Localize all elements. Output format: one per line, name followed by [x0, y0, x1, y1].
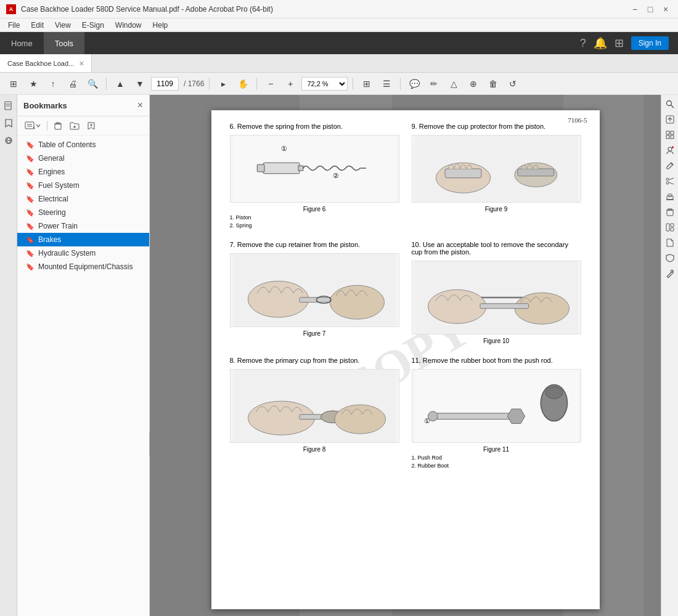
bookmark-fuel[interactable]: 🔖 Fuel System	[17, 179, 149, 192]
step6-title: 6. Remove the spring from the piston.	[230, 123, 399, 130]
right-panel-view-icon[interactable]	[663, 128, 677, 142]
minimize-button[interactable]: −	[629, 3, 641, 15]
right-panel-grid-icon[interactable]	[663, 221, 677, 234]
toolbar-delete-btn[interactable]: 🗑	[484, 75, 502, 92]
right-panel-delete-icon[interactable]	[663, 205, 677, 219]
menu-view[interactable]: View	[50, 20, 76, 31]
bookmark-power-train[interactable]: 🔖 Power Train	[17, 219, 149, 233]
apps-icon[interactable]: ⊞	[615, 36, 624, 50]
svg-point-30	[330, 285, 385, 319]
menu-esign[interactable]: E-Sign	[77, 20, 109, 31]
maximize-button[interactable]: □	[644, 3, 656, 15]
zoom-select[interactable]: 72,2 % 50 % 75 % 100 % 125 % 150 %	[301, 77, 348, 91]
step7-title: 7. Remove the cup retainer from the pist…	[230, 241, 399, 248]
doc-area[interactable]: COPY 7106-5 6. Remove the spring from th…	[150, 95, 661, 616]
bookmark-toc[interactable]: 🔖 Table of Contents	[17, 138, 149, 152]
left-panel-link-icon[interactable]	[1, 133, 16, 148]
nav-prev-button[interactable]: ▲	[112, 75, 129, 92]
right-panel-shield-icon[interactable]	[663, 251, 677, 265]
svg-point-33	[428, 290, 486, 323]
toolbar-upload-icon[interactable]: ↑	[44, 75, 62, 92]
toolbar-drawing-btn[interactable]: △	[445, 75, 462, 92]
bookmark-brakes[interactable]: 🔖 Brakes	[17, 233, 149, 246]
left-panel-pages-icon[interactable]	[1, 99, 16, 113]
bookmark-general[interactable]: 🔖 General	[17, 152, 149, 165]
sidebar-close-icon[interactable]: ×	[137, 100, 143, 111]
left-panel-bookmark-icon[interactable]	[1, 116, 16, 131]
step11-cap1: 1. Push Rod	[412, 455, 581, 461]
notification-icon[interactable]: 🔔	[594, 36, 607, 50]
bookmark-electrical[interactable]: 🔖 Electrical	[17, 192, 149, 206]
zoom-out-button[interactable]: −	[262, 75, 279, 92]
toolbar-view-btn[interactable]: ⊞	[358, 75, 375, 92]
toolbar-menu-btn[interactable]: ☰	[378, 75, 395, 92]
sidebar-delete-btn[interactable]	[51, 120, 65, 131]
svg-rect-26	[517, 169, 553, 176]
svg-point-51	[666, 101, 671, 106]
bookmark-icon: 🔖	[26, 168, 35, 176]
bookmark-electrical-label: Electrical	[38, 195, 68, 203]
bookmark-mounted[interactable]: 🔖 Mounted Equipment/Chassis	[17, 260, 149, 274]
figure11-illustration: ① ②	[412, 369, 581, 443]
window-title: Case Backhoe Loader 580D Service Manual.…	[21, 5, 273, 14]
figure9-illustration	[412, 135, 581, 203]
svg-marker-48	[507, 409, 525, 424]
bookmark-steering[interactable]: 🔖 Steering	[17, 206, 149, 219]
zoom-in-button[interactable]: +	[282, 75, 299, 92]
sidebar-add-bookmark-btn[interactable]	[84, 120, 98, 131]
menu-file[interactable]: File	[3, 20, 25, 31]
close-tab-icon[interactable]: ×	[79, 59, 84, 68]
toolbar-home-icon[interactable]: ⊞	[5, 75, 22, 92]
cursor-tool-button[interactable]: ▸	[214, 75, 232, 92]
bookmark-brakes-label: Brakes	[38, 235, 61, 244]
svg-text:②: ②	[332, 172, 338, 179]
bookmark-list: 🔖 Table of Contents 🔖 General 🔖 Engines …	[17, 136, 149, 616]
svg-point-64	[666, 182, 669, 184]
bookmark-hydraulic[interactable]: 🔖 Hydraulic System	[17, 246, 149, 260]
bookmark-icon: 🔖	[26, 155, 35, 163]
svg-rect-46	[433, 413, 518, 419]
doc-tab[interactable]: Case Backhoe Load... ×	[0, 54, 92, 72]
title-bar-left: A Case Backhoe Loader 580D Service Manua…	[6, 4, 273, 14]
bookmark-engines-label: Engines	[38, 168, 65, 176]
right-panel-search-icon[interactable]	[663, 97, 677, 111]
pdf-row-1: 6. Remove the spring from the piston. ① …	[230, 123, 581, 229]
sidebar-add-folder-btn[interactable]	[67, 120, 82, 131]
nav-tools[interactable]: Tools	[44, 32, 84, 54]
toolbar-highlight-btn[interactable]: ✏	[425, 75, 443, 92]
toolbar-bookmark-icon[interactable]: ★	[25, 75, 42, 92]
tab-bar-right	[92, 54, 678, 72]
hand-tool-button[interactable]: ✋	[234, 75, 251, 92]
bookmark-hydraulic-label: Hydraulic System	[38, 249, 96, 257]
svg-rect-75	[671, 228, 674, 231]
toolbar-stamp-btn[interactable]: ⊕	[465, 75, 482, 92]
toolbar-comment-btn[interactable]: 💬	[406, 75, 423, 92]
menu-edit[interactable]: Edit	[26, 20, 49, 31]
menu-help[interactable]: Help	[148, 20, 173, 31]
right-panel-document-icon[interactable]	[663, 236, 677, 249]
bookmark-icon: 🔖	[26, 263, 35, 271]
svg-rect-10	[56, 123, 60, 124]
help-icon[interactable]: ?	[580, 37, 586, 50]
close-button[interactable]: ×	[660, 3, 672, 15]
figure6-caption: Figure 6	[230, 206, 399, 213]
nav-home[interactable]: Home	[0, 32, 44, 54]
toolbar-search-icon[interactable]: 🔍	[84, 75, 101, 92]
right-panel-edit-icon[interactable]	[663, 159, 677, 172]
sign-in-button[interactable]: Sign In	[631, 36, 669, 50]
bookmark-fuel-label: Fuel System	[38, 181, 80, 190]
svg-rect-24	[445, 169, 481, 178]
svg-rect-73	[666, 224, 669, 231]
right-panel-stamp-icon[interactable]	[663, 190, 677, 203]
menu-window[interactable]: Window	[110, 20, 147, 31]
bookmark-engines[interactable]: 🔖 Engines	[17, 165, 149, 179]
right-panel-wrench-icon[interactable]	[663, 267, 677, 280]
right-panel-export-icon[interactable]	[663, 113, 677, 126]
page-number-input[interactable]	[151, 77, 179, 91]
right-panel-person-icon[interactable]	[663, 144, 677, 157]
right-panel-scissors-icon[interactable]	[663, 174, 677, 188]
nav-next-button[interactable]: ▼	[131, 75, 149, 92]
toolbar-undo-btn[interactable]: ↺	[504, 75, 521, 92]
sidebar-view-btn[interactable]	[22, 120, 43, 132]
toolbar-print-icon[interactable]: 🖨	[64, 75, 81, 92]
